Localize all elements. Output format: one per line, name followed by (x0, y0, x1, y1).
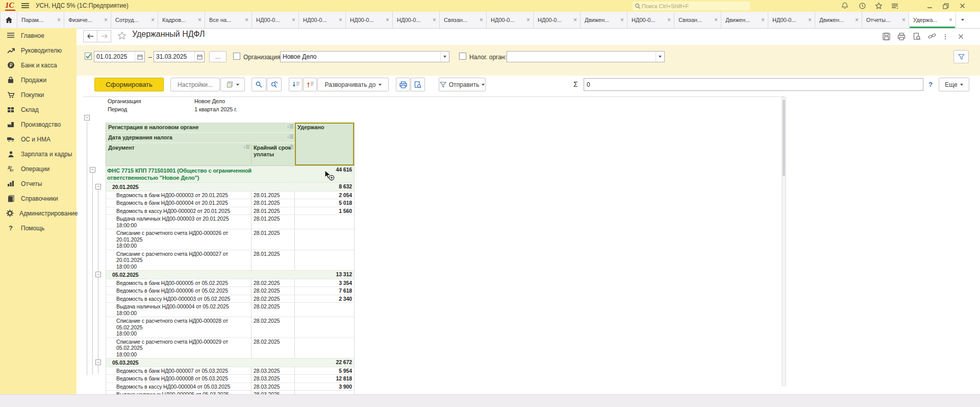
organization-combo[interactable]: Новое Дело (280, 51, 449, 62)
sidebar-item-reports[interactable]: Отчеты (0, 176, 77, 191)
document-row[interactable]: Ведомость в банк НД00-000007 от 05.03.20… (83, 367, 355, 375)
document-cell[interactable]: Ведомость в банк НД00-000005 от 05.02.20… (106, 279, 252, 288)
collapse-group-button[interactable]: − (95, 360, 101, 365)
sidebar-item-salary-hr[interactable]: Зарплата и кадры (0, 147, 77, 161)
collapse-groups-button[interactable] (289, 78, 303, 91)
tab-close-icon[interactable]: × (667, 17, 671, 22)
collapse-group-button[interactable]: − (95, 184, 101, 189)
document-tab[interactable]: Удержа... × (909, 12, 956, 28)
expand-groups-button[interactable] (303, 78, 317, 91)
period-to-input[interactable] (154, 53, 194, 60)
sidebar-item-administration[interactable]: Администрирование (0, 206, 77, 221)
due-date-cell[interactable]: 28.01.2025 (252, 191, 295, 200)
col-header-document[interactable]: Документ ↓ (106, 143, 252, 166)
document-tab[interactable]: Физиче... × (64, 12, 111, 28)
chevron-down-icon[interactable] (656, 52, 664, 62)
more-menu-icon[interactable]: ⋮ (942, 31, 949, 41)
minimize-window-icon[interactable] (924, 2, 935, 10)
sidebar-item-warehouse[interactable]: Склад (0, 102, 77, 117)
document-tab[interactable]: Все на... × (205, 12, 252, 28)
document-tab[interactable]: Связан... × (674, 12, 721, 28)
document-tab[interactable]: Кадров... × (158, 12, 205, 28)
due-date-cell[interactable]: 28.01.2025 (252, 199, 295, 207)
preview-icon[interactable] (911, 31, 922, 41)
sidebar-item-purchases[interactable]: Покупки (0, 87, 77, 102)
date-group-row[interactable]: − 20.01.2025 8 632 (83, 183, 355, 191)
document-cell[interactable]: Выдача наличных НД00-000004 от 05.02.202… (106, 303, 252, 317)
search-input[interactable] (641, 3, 740, 10)
document-tab[interactable]: НД00-0... × (487, 12, 534, 28)
document-row[interactable]: Списание с расчетного счета НД00-000029 … (83, 338, 355, 359)
tab-close-icon[interactable]: × (480, 17, 483, 22)
period-checkbox[interactable] (85, 53, 92, 60)
withheld-amount-cell[interactable]: 2 340 (295, 295, 355, 303)
tab-close-icon[interactable]: × (808, 17, 812, 22)
favorites-star-icon[interactable] (873, 2, 884, 10)
organization-checkbox[interactable] (233, 53, 240, 60)
document-tab[interactable]: НД00-0... × (768, 12, 815, 28)
link-icon[interactable] (926, 31, 938, 41)
period-from-input[interactable] (94, 53, 135, 60)
document-row[interactable]: Ведомость в банк НД00-000003 от 20.01.20… (83, 191, 355, 200)
document-row[interactable]: Ведомость в кассу НД00-000003 от 05.02.2… (83, 295, 355, 303)
document-row[interactable]: Ведомость в кассу НД00-000002 от 20.01.2… (83, 207, 355, 216)
document-tab[interactable]: Парам... × (17, 12, 64, 28)
due-date-cell[interactable]: 28.02.2025 (252, 317, 295, 338)
tax-authority-combo[interactable] (507, 51, 665, 62)
due-date-cell[interactable]: 28.01.2025 (252, 229, 295, 250)
history-icon[interactable] (857, 2, 867, 10)
document-cell[interactable]: Списание с расчетного счета НД00-000027 … (106, 250, 252, 271)
document-row[interactable]: Выдача наличных НД00-000003 от 20.01.202… (83, 215, 355, 229)
withheld-amount-cell[interactable]: 5 018 (295, 199, 355, 207)
print-icon[interactable] (896, 31, 907, 41)
document-cell[interactable]: Ведомость в кассу НД00-000003 от 05.02.2… (106, 295, 252, 303)
scrollbar-thumb[interactable] (783, 100, 785, 176)
document-tab[interactable]: Движен... × (721, 12, 768, 28)
collapse-group-button[interactable]: − (95, 272, 101, 277)
document-row[interactable]: Ведомость в банк НД00-000004 от 20.01.20… (83, 199, 355, 207)
sidebar-item-manager[interactable]: Руководителю (0, 43, 77, 58)
tab-close-icon[interactable]: × (386, 17, 389, 22)
help-button[interactable]: ? (928, 81, 933, 88)
autosum-field[interactable] (584, 78, 923, 91)
col-header-registration[interactable]: Регистрация в налоговом органе ↓ (106, 123, 295, 133)
document-cell[interactable]: Ведомость в банк НД00-000003 от 20.01.20… (106, 191, 252, 200)
document-row[interactable]: Ведомость в кассу НД00-000004 от 05.03.2… (83, 383, 355, 391)
tab-close-icon[interactable]: × (104, 17, 108, 22)
fns-group-row[interactable]: − ФНС 7715 КПП 771501001 (Общество с огр… (83, 166, 355, 183)
settings-button[interactable]: Настройки... (170, 78, 220, 91)
col-header-withhold-date[interactable]: Дата удержания налога ↓ (106, 133, 295, 143)
favorite-star-icon[interactable] (117, 31, 127, 40)
report-spreadsheet[interactable]: Организация Новое Дело Период 1 квартал … (83, 97, 355, 407)
tab-close-icon[interactable]: × (855, 17, 859, 22)
restore-window-icon[interactable] (941, 2, 951, 10)
autosum-input[interactable] (584, 79, 923, 90)
withheld-amount-cell[interactable]: 2 054 (295, 191, 355, 200)
tab-close-icon[interactable]: × (151, 17, 155, 22)
document-cell[interactable]: Ведомость в банк НД00-000004 от 20.01.20… (106, 199, 252, 207)
tax-authority-checkbox[interactable] (459, 53, 466, 60)
document-row[interactable]: Ведомость в банк НД00-000005 от 05.02.20… (83, 279, 355, 288)
due-date-cell[interactable]: 28.03.2025 (252, 367, 295, 375)
calendar-icon[interactable] (194, 52, 204, 62)
withheld-amount-cell[interactable] (295, 303, 355, 317)
document-tab[interactable]: НД00-0... × (534, 12, 581, 28)
document-cell[interactable]: Ведомость в банк НД00-000006 от 05.02.20… (106, 287, 252, 295)
document-tab[interactable]: НД00-0... × (393, 12, 440, 28)
document-tab[interactable]: Сотруд... × (111, 12, 158, 28)
tab-close-icon[interactable]: × (198, 17, 202, 22)
sidebar-item-fixed-assets[interactable]: ОС и НМА (0, 132, 77, 147)
document-cell[interactable]: Ведомость в банк НД00-000008 от 05.03.20… (106, 375, 252, 383)
withheld-amount-cell[interactable] (295, 317, 355, 338)
due-date-cell[interactable]: 28.03.2025 (252, 383, 295, 391)
document-tab[interactable]: НД00-0... × (252, 12, 299, 28)
vertical-scrollbar[interactable] (782, 97, 786, 386)
document-cell[interactable]: Списание с расчетного счета НД00-000028 … (106, 317, 252, 338)
document-row[interactable]: Списание с расчетного счета НД00-000027 … (83, 250, 355, 271)
tab-close-icon[interactable]: × (433, 17, 436, 22)
withheld-amount-cell[interactable] (295, 250, 355, 271)
global-search[interactable] (633, 2, 750, 10)
sidebar-item-operations[interactable]: Дт КтОперации (0, 161, 77, 176)
withheld-amount-cell[interactable] (295, 215, 355, 229)
col-header-due[interactable]: Крайний срок уплаты ↓ (252, 143, 295, 166)
